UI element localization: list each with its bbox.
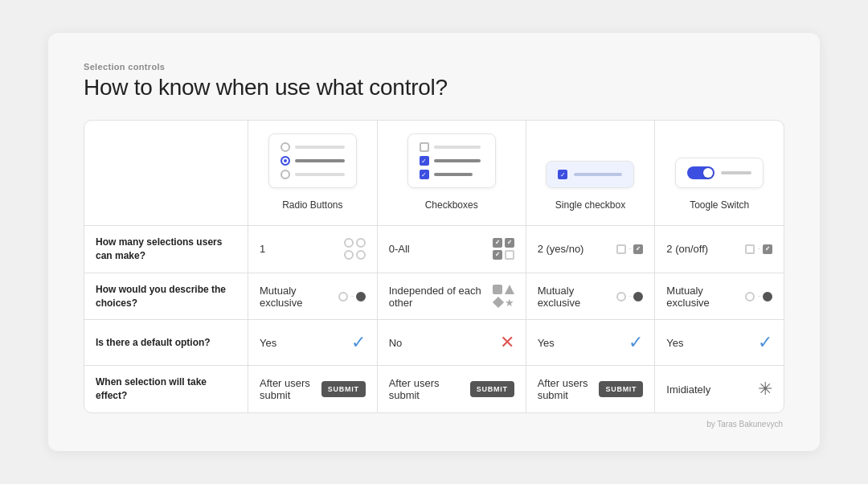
singlecheckbox-label: Single checkbox [555, 195, 625, 219]
col-header-checkbox: ✓ ✓ Checkboxes [377, 121, 526, 226]
cell-effect-checkbox: After userssubmit SUBMIT [377, 366, 526, 412]
cell-content: After userssubmit SUBMIT [389, 376, 514, 402]
cell-content: After userssubmit SUBMIT [260, 376, 366, 402]
shape-sq [493, 285, 502, 294]
single-cb-icon-pair: ··· ✓ [616, 244, 644, 254]
sc-rt-dots: ··· [628, 293, 632, 300]
cell-choices-radio: Mutualy exclusive ··· [248, 273, 378, 320]
check-icon-radio: ✓ [351, 332, 366, 353]
radio-line-3 [295, 173, 345, 176]
cb-line-2 [434, 159, 481, 162]
cell-selections-toggle: 2 (on/off) ··· ✓ [655, 226, 784, 273]
check-icon-singlecheckbox: ✓ [628, 332, 643, 353]
tg-rt-empty [745, 292, 755, 301]
ri-2 [356, 238, 366, 248]
cb-checked-3: ✓ [420, 170, 429, 179]
radio-empty-3 [280, 170, 290, 179]
radio-transition-icon: ··· [338, 292, 366, 301]
toggle-dots: ··· [757, 245, 760, 252]
radio-row-1 [280, 142, 345, 152]
toggle-label: Toogle Switch [690, 195, 749, 219]
cbi-2: ✓ [505, 238, 514, 248]
toggle-thumb [703, 168, 713, 178]
shapes-row-2: ★ [494, 297, 514, 309]
col-header-toggle: Toogle Switch [655, 121, 784, 226]
singlecheckbox-card: ✓ [546, 161, 634, 188]
ri-4 [356, 250, 366, 260]
cell-content: 2 (on/off) ··· ✓ [666, 236, 772, 262]
sc-rt-filled [633, 292, 643, 301]
radio-illustration: Radio Buttons [248, 121, 377, 225]
check-icon-toggle: ✓ [758, 332, 772, 353]
singlecheckbox-illustration: ✓ Single checkbox [526, 148, 655, 225]
shape-diamond [493, 297, 504, 308]
radio-label: Radio Buttons [282, 195, 342, 219]
row-effect: When selection will take effect? After u… [84, 366, 784, 412]
cb-empty-1 [420, 142, 429, 152]
cb-icon-group: ✓ ✓ ✓ [493, 238, 514, 260]
tg-rt-dots: ··· [757, 293, 760, 300]
col-header-singlecheckbox: ✓ Single checkbox [526, 121, 655, 226]
cell-default-radio: Yes ✓ [248, 320, 378, 366]
cbi-filled: ✓ [633, 244, 643, 254]
cell-choices-singlecheckbox: Mutualy exclusive ··· [526, 273, 655, 320]
cell-default-singlecheckbox: Yes ✓ [526, 320, 655, 366]
tg-rt-filled [763, 292, 772, 301]
container: Selection controls How to know when use … [48, 33, 820, 451]
cell-choices-toggle: Mutualy exclusive ··· [655, 273, 784, 320]
row-label-selections: How many selections users can make? [84, 226, 248, 273]
row-default: Is there a default option? Yes ✓ No ✕ [84, 320, 784, 366]
toggle-track [687, 166, 714, 179]
dots-icon: ··· [628, 245, 632, 252]
singlecheckbox-transition-icon: ··· [616, 292, 644, 301]
shape-tri [505, 285, 514, 294]
shape-star: ★ [505, 297, 514, 309]
radio-card [268, 133, 357, 188]
cell-content: 2 (yes/no) ··· ✓ [538, 236, 644, 262]
effect-radio-text: After userssubmit [260, 377, 317, 401]
subtitle: Selection controls [84, 62, 784, 72]
checkbox-label: Checkboxes [425, 195, 478, 219]
toggle-sq-empty [745, 244, 755, 254]
page-title: How to know when use what control? [84, 75, 784, 100]
cell-default-toggle: Yes ✓ [655, 320, 784, 366]
cell-default-checkbox: No ✕ [377, 320, 526, 366]
cell-content: No ✕ [389, 330, 514, 355]
submit-btn-checkbox[interactable]: SUBMIT [470, 381, 514, 397]
toggle-illustration: Toogle Switch [655, 145, 784, 225]
cb-line-1 [434, 146, 481, 149]
rt-empty [338, 292, 348, 301]
effect-singlecheckbox-text: After userssubmit [538, 377, 595, 401]
submit-btn-radio[interactable]: SUBMIT [321, 381, 366, 397]
cell-content: Mutualy exclusive ··· [666, 284, 772, 310]
row-choices: How would you describe the choices? Mutu… [84, 273, 784, 320]
sc-rt-empty [616, 292, 626, 301]
cbi-3: ✓ [493, 250, 502, 260]
toggle-cbi: ✓ [763, 244, 772, 254]
cell-content: Mutualy exclusive ··· [260, 284, 366, 310]
row-label-effect: When selection will take effect? [84, 366, 248, 412]
cross-icon-checkbox: ✕ [500, 332, 514, 353]
cell-content: Yes ✓ [538, 330, 644, 355]
cell-effect-radio: After userssubmit SUBMIT [248, 366, 378, 412]
cb-row-1 [420, 142, 484, 152]
radio-row-3 [280, 170, 345, 179]
ri-3 [344, 250, 354, 260]
radio-line-2 [295, 159, 345, 162]
toggle-transition-icon: ··· [745, 292, 772, 301]
cbi-4 [505, 250, 514, 260]
submit-btn-singlecheckbox[interactable]: SUBMIT [599, 381, 643, 397]
cb-row-3: ✓ [420, 170, 484, 179]
col-header-radio: Radio Buttons [248, 121, 378, 226]
row-selections: How many selections users can make? 1 [84, 226, 784, 273]
cell-effect-toggle: Imidiately ✳ [655, 366, 784, 412]
cell-content: Yes ✓ [666, 330, 772, 355]
cb-checked-2: ✓ [420, 156, 429, 166]
cell-content: Independed of each other ★ [389, 284, 514, 310]
toggle-icon-pair: ··· ✓ [745, 244, 772, 254]
checkbox-card: ✓ ✓ [407, 133, 496, 188]
cb-line-3 [434, 173, 473, 176]
effect-checkbox-text: After userssubmit [389, 377, 465, 401]
cell-content: 1 [260, 236, 366, 262]
cell-content: 0-All ✓ ✓ ✓ [389, 236, 514, 262]
